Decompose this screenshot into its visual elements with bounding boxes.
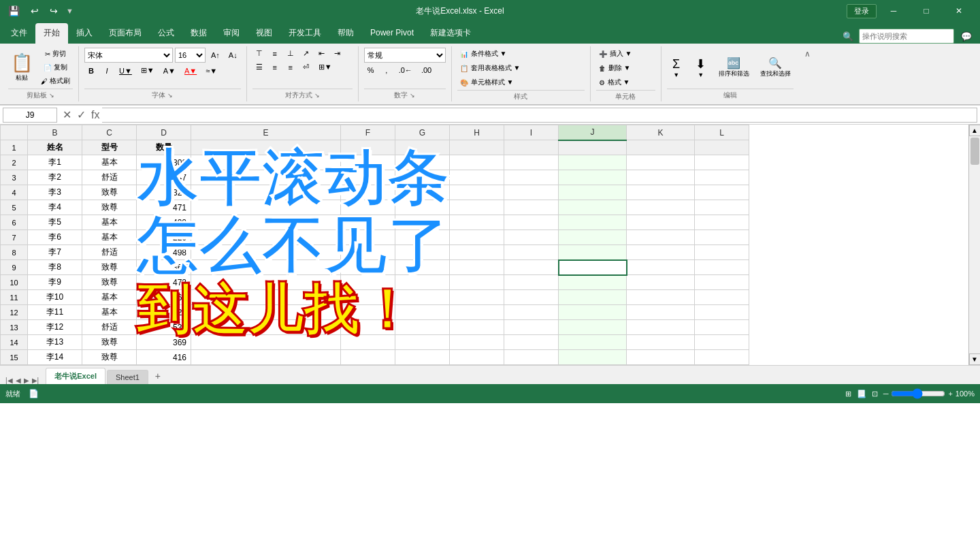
table-cell[interactable] [504, 320, 559, 335]
table-cell[interactable]: 基本 [82, 230, 137, 245]
formula-confirm-icon[interactable]: ✓ [77, 108, 86, 121]
table-cell[interactable] [504, 245, 559, 260]
scroll-thumb[interactable] [970, 138, 979, 165]
format-painter-button[interactable]: 🖌格式刷 [38, 75, 73, 87]
table-cell[interactable]: 致尊 [82, 200, 137, 215]
table-cell[interactable] [191, 185, 341, 200]
fill-color-button[interactable]: A▼ [160, 65, 179, 76]
table-cell[interactable] [341, 215, 395, 230]
table-cell[interactable] [395, 230, 450, 245]
tab-view[interactable]: 视图 [248, 23, 280, 44]
table-cell[interactable]: 226 [137, 230, 191, 245]
table-cell[interactable] [627, 230, 695, 245]
table-cell[interactable] [504, 290, 559, 305]
login-button[interactable]: 登录 [847, 4, 877, 18]
table-cell[interactable] [559, 335, 627, 350]
table-cell[interactable]: 李11 [28, 305, 82, 320]
table-cell[interactable]: 姓名 [28, 140, 82, 155]
table-cell[interactable] [450, 335, 504, 350]
insert-button[interactable]: ➕插入 ▼ [596, 48, 635, 60]
table-cell[interactable] [559, 185, 627, 200]
table-cell[interactable] [395, 185, 450, 200]
table-cell[interactable] [341, 275, 395, 290]
table-cell[interactable] [191, 230, 341, 245]
font-size-select[interactable]: 16 [175, 48, 206, 63]
table-cell[interactable] [395, 305, 450, 320]
table-cell[interactable] [395, 320, 450, 335]
table-cell[interactable] [450, 275, 504, 290]
table-cell[interactable]: 李14 [28, 350, 82, 365]
table-cell[interactable]: 537 [137, 320, 191, 335]
table-cell[interactable]: 李6 [28, 230, 82, 245]
increase-decimal-button[interactable]: .00 [418, 65, 435, 76]
table-cell[interactable]: 306 [137, 155, 191, 170]
table-cell[interactable] [450, 140, 504, 155]
table-cell[interactable] [627, 260, 695, 275]
table-cell[interactable]: 数量 [137, 140, 191, 155]
thousands-button[interactable]: , [380, 65, 393, 76]
table-cell[interactable]: 李2 [28, 170, 82, 185]
table-cell[interactable]: 229 [137, 305, 191, 320]
font-shrink-button[interactable]: A↓ [225, 50, 241, 61]
table-cell[interactable] [504, 305, 559, 320]
search-icon[interactable]: 🔍 [843, 31, 853, 42]
table-cell[interactable] [395, 215, 450, 230]
formula-cancel-icon[interactable]: ✕ [63, 108, 71, 121]
table-cell[interactable] [450, 305, 504, 320]
align-bottom-button[interactable]: ⊥ [284, 48, 297, 59]
table-cell[interactable] [559, 215, 627, 230]
table-cell[interactable] [191, 335, 341, 350]
table-cell[interactable] [450, 185, 504, 200]
table-cell[interactable] [450, 215, 504, 230]
table-cell[interactable] [559, 260, 627, 275]
text-direction-button[interactable]: ↗ [299, 48, 313, 59]
align-center-button[interactable]: ≡ [268, 62, 282, 73]
table-cell[interactable]: 型号 [82, 140, 137, 155]
fill-button[interactable]: ⬇ ▼ [691, 55, 710, 80]
table-cell[interactable] [559, 170, 627, 185]
vertical-scrollbar[interactable]: ▲ ▼ [968, 125, 980, 365]
tab-review[interactable]: 审阅 [215, 23, 248, 44]
table-cell[interactable] [395, 260, 450, 275]
table-cell[interactable] [191, 275, 341, 290]
table-cell[interactable]: 547 [137, 170, 191, 185]
table-cell[interactable] [559, 230, 627, 245]
merge-button[interactable]: ⊞▼ [315, 61, 336, 73]
add-sheet-button[interactable]: + [150, 368, 166, 384]
find-select-button[interactable]: 🔍 查找和选择 [757, 55, 794, 80]
table-cell[interactable] [191, 170, 341, 185]
table-cell[interactable] [341, 335, 395, 350]
table-cell[interactable] [341, 260, 395, 275]
table-cell[interactable] [504, 275, 559, 290]
table-cell[interactable] [450, 290, 504, 305]
table-cell[interactable] [627, 275, 695, 290]
table-cell[interactable]: 369 [137, 335, 191, 350]
table-cell[interactable] [627, 185, 695, 200]
table-cell[interactable]: 基本 [82, 290, 137, 305]
table-cell[interactable] [695, 185, 749, 200]
font-color-button[interactable]: A▼ [181, 65, 200, 76]
font-name-select[interactable]: 宋体 [84, 48, 173, 63]
table-cell[interactable] [191, 215, 341, 230]
tab-insert[interactable]: 插入 [68, 23, 101, 44]
tab-data[interactable]: 数据 [182, 23, 215, 44]
table-cell[interactable] [559, 140, 627, 155]
table-cell[interactable]: 致尊 [82, 335, 137, 350]
paste-button[interactable]: 📋 粘贴 [8, 51, 35, 84]
sheet-nav-next[interactable]: ▶ [24, 377, 29, 384]
table-cell[interactable] [695, 245, 749, 260]
table-cell[interactable] [627, 140, 695, 155]
table-cell[interactable] [559, 320, 627, 335]
table-cell[interactable]: 李9 [28, 275, 82, 290]
table-cell[interactable] [559, 245, 627, 260]
underline-button[interactable]: U▼ [116, 65, 135, 76]
table-cell[interactable]: 李4 [28, 200, 82, 215]
table-cell[interactable] [191, 140, 341, 155]
table-cell[interactable] [627, 320, 695, 335]
table-cell[interactable] [504, 215, 559, 230]
table-cell[interactable]: 李3 [28, 185, 82, 200]
view-break-button[interactable]: ⊡ [872, 390, 878, 398]
table-cell[interactable] [627, 200, 695, 215]
table-cell[interactable] [504, 200, 559, 215]
tab-home[interactable]: 开始 [35, 23, 68, 44]
